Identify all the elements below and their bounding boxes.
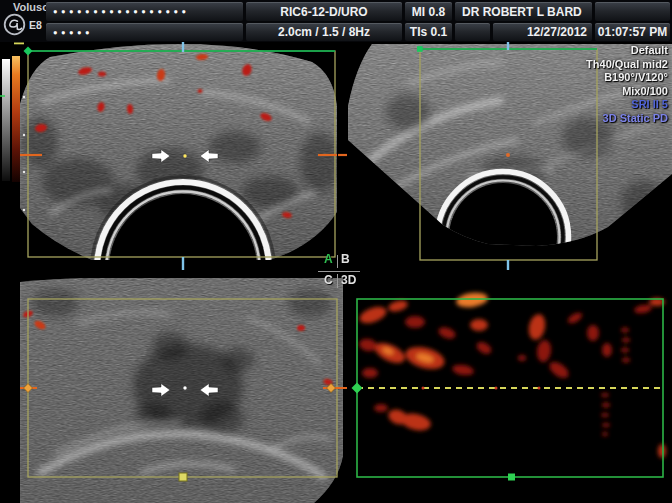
divider <box>337 255 338 268</box>
render-line-handle-b[interactable] <box>417 46 423 52</box>
exam-date: 12/27/2012 <box>493 23 592 41</box>
setting-quality: Th40/Qual mid2 <box>468 58 668 72</box>
center-point-c <box>183 386 186 389</box>
ge-voluson-logo-icon <box>3 13 26 36</box>
probe-label: RIC6-12-D/URO <box>246 2 402 21</box>
setting-mix: Mix0/100 <box>468 85 668 99</box>
quadrant-tab-a[interactable]: A <box>324 252 333 266</box>
acquisition-settings: Default Th40/Qual mid2 B190°/V120° Mix0/… <box>468 44 668 125</box>
setting-mode: 3D Static PD <box>468 112 668 126</box>
quadrant-layout-indicator: A B C 3D <box>314 250 362 290</box>
exam-time: 01:07:57 PM <box>595 23 670 41</box>
render-handle-bottom-3d[interactable] <box>508 474 515 481</box>
quadrant-c-image[interactable] <box>20 278 343 503</box>
patient-id-masked: ●●●●● <box>46 23 243 41</box>
center-point-a <box>183 154 186 157</box>
scan-params: 2.0cm / 1.5 / 8Hz <box>246 23 402 41</box>
doppler-render-blobs <box>357 291 666 458</box>
render-handle-left-3d[interactable] <box>352 383 363 394</box>
ultrasound-screen: Voluson E8 ●●●●●●●●●●●●●●●●● RIC6-12-D/U… <box>0 0 672 503</box>
setting-preset: Default <box>468 44 668 58</box>
brand-block: Voluson E8 <box>0 0 46 42</box>
divider <box>318 271 360 272</box>
setting-geometry: B190°/V120° <box>468 71 668 85</box>
center-point-b <box>506 153 510 157</box>
patient-name-masked: ●●●●●●●●●●●●●●●●● <box>46 2 243 21</box>
setting-sri: SRI II 5 <box>468 98 668 112</box>
quadrant-tab-3d[interactable]: 3D <box>341 273 356 287</box>
quadrant-tab-c[interactable]: C <box>324 273 333 287</box>
mi-value: MI 0.8 <box>405 2 452 21</box>
tis-value: TIs 0.1 <box>405 23 452 41</box>
render-line-handle-a[interactable] <box>24 47 33 56</box>
model-label: E8 <box>29 19 42 31</box>
axis-handle-bottom-c[interactable] <box>179 473 187 481</box>
quadrant-tab-b[interactable]: B <box>341 252 350 266</box>
quadrant-3d-render[interactable] <box>352 291 667 481</box>
header-empty-cell <box>595 2 670 21</box>
divider <box>337 274 338 288</box>
physician-name: DR ROBERT L BARD <box>455 2 592 21</box>
header-empty-cell-2 <box>455 23 490 41</box>
status-bar: Voluson E8 ●●●●●●●●●●●●●●●●● RIC6-12-D/U… <box>0 0 672 42</box>
doppler-color-bar <box>12 56 20 182</box>
